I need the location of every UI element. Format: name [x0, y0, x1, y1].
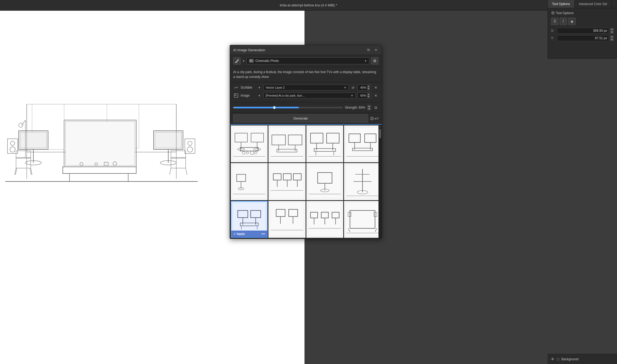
- generate-row: Generate ▸0: [230, 113, 382, 125]
- ai-panel-toolbar: ▼ 🎞 Cinematic Photo ▼ ⚙: [230, 55, 382, 67]
- svg-rect-23: [63, 167, 136, 173]
- apply-more-button[interactable]: •••: [261, 232, 265, 236]
- svg-rect-60: [271, 128, 303, 160]
- dots-tool-button[interactable]: ⠿: [551, 18, 559, 25]
- scribble-percent-down[interactable]: ▼: [367, 88, 370, 90]
- scroll-thumb[interactable]: [379, 129, 381, 138]
- svg-rect-10: [16, 151, 31, 158]
- apply-overlay: ✓ Apply •••: [231, 231, 267, 237]
- strength-row: Strength: 60% ▲ ▼ ⧉: [230, 103, 382, 113]
- tab-tool-options[interactable]: Tool Options: [548, 0, 575, 8]
- expand-icon[interactable]: ⧉: [366, 47, 371, 53]
- scribble-move-icon[interactable]: ⇄: [350, 85, 356, 90]
- image-grid-cell-3[interactable]: [306, 125, 343, 162]
- x-down-btn[interactable]: ▼: [610, 31, 614, 34]
- layer-name: Background: [561, 357, 579, 361]
- strength-up-btn[interactable]: ▲: [367, 105, 371, 108]
- strength-slider-fill: [233, 107, 299, 108]
- scroll-up-arrow[interactable]: ▲: [379, 125, 381, 128]
- svg-point-34: [10, 141, 15, 145]
- svg-point-37: [188, 141, 192, 145]
- style-select-button[interactable]: 🎞 Cinematic Photo ▼: [247, 57, 369, 64]
- scribble-icon: [233, 85, 239, 90]
- strength-slider-track[interactable]: [233, 107, 343, 108]
- window-title: krita-ai-attempt-before.kra (4.4 MiB) *: [280, 3, 337, 7]
- image-grid-cell-2[interactable]: [268, 125, 305, 162]
- scribble-remove-btn[interactable]: ✕: [373, 85, 378, 90]
- check-icon: ✓: [233, 232, 236, 236]
- scribble-layer-arrow: ▼: [344, 86, 346, 89]
- ai-panel-title: AI Image Generation: [233, 48, 265, 52]
- x-up-btn[interactable]: ▲: [610, 28, 614, 31]
- scribble-control-row: Scribble ▼ Vector Layer 2 ▼ ⇄ 40% ▲ ▼ ✕: [233, 84, 378, 91]
- ai-settings-button[interactable]: ⚙: [371, 57, 378, 65]
- ai-image-generation-panel: AI Image Generation ⧉ ✕ ▼ 🎞 Cinematic Ph…: [230, 45, 382, 239]
- strength-slider-thumb[interactable]: [273, 106, 276, 109]
- x-input[interactable]: [557, 28, 609, 34]
- generate-button[interactable]: Generate: [233, 114, 368, 122]
- image-percent-down[interactable]: ▼: [367, 96, 370, 98]
- scribble-dropdown[interactable]: ▼: [257, 85, 262, 90]
- tool-options-label: Tool Options: [556, 11, 574, 15]
- y-spinner[interactable]: ▲ ▼: [610, 35, 614, 41]
- image-grid-cell-5[interactable]: [231, 163, 268, 200]
- y-up-btn[interactable]: ▲: [610, 35, 614, 38]
- svg-rect-88: [271, 165, 303, 198]
- bottom-layer-panel: 👁 ⬡ Background: [548, 354, 617, 364]
- layer-visibility-icon[interactable]: 👁: [551, 357, 554, 361]
- image-grid-cell-1[interactable]: [231, 125, 268, 162]
- image-grid-cell-9[interactable]: ✓ Apply •••: [231, 201, 268, 238]
- scribble-label: Scribble: [241, 86, 255, 89]
- svg-point-38: [187, 147, 193, 152]
- strength-down-btn[interactable]: ▼: [367, 108, 371, 110]
- layers-icon[interactable]: ⧉: [373, 105, 378, 110]
- image-grid-cell-10[interactable]: [268, 201, 305, 238]
- image-dropdown[interactable]: ▼: [257, 93, 262, 98]
- dropdown-arrow-wand[interactable]: ▼: [242, 60, 245, 62]
- line-tool-button[interactable]: /: [560, 18, 567, 25]
- scribble-percent-up[interactable]: ▲: [367, 85, 370, 88]
- image-grid-cell-6[interactable]: [268, 163, 305, 200]
- scribble-layer-select[interactable]: Vector Layer 2 ▼: [263, 85, 349, 90]
- svg-rect-47: [233, 128, 265, 160]
- image-grid-cell-8[interactable]: [344, 163, 381, 200]
- layer-alpha-icon[interactable]: ⬡: [557, 357, 559, 361]
- svg-rect-45: [234, 94, 238, 97]
- svg-rect-6: [20, 132, 47, 148]
- image-percent: 60%: [359, 94, 366, 97]
- strength-label: Strength: 60%: [345, 106, 365, 109]
- svg-rect-96: [308, 165, 341, 198]
- svg-rect-19: [171, 157, 186, 168]
- image-layer-arrow: ▼: [351, 94, 353, 97]
- tool-options-tabs: Tool Options Advanced Color Sel: [548, 0, 617, 8]
- image-remove-btn[interactable]: ✕: [373, 93, 378, 98]
- wand-button[interactable]: [233, 57, 241, 65]
- svg-rect-130: [346, 203, 378, 235]
- image-percent-up[interactable]: ▲: [367, 93, 370, 96]
- ai-controls: Scribble ▼ Vector Layer 2 ▼ ⇄ 40% ▲ ▼ ✕ …: [230, 82, 382, 103]
- tool-options-panel: Tool Options Advanced Color Sel ⚙ Tool O…: [548, 0, 617, 59]
- image-layer-select[interactable]: [Preview] At a city park, during a fes… …: [263, 93, 356, 98]
- svg-point-35: [10, 147, 15, 152]
- prompt-text[interactable]: At a city park, during a festival, the i…: [233, 70, 378, 79]
- tab-advanced-color[interactable]: Advanced Color Sel: [575, 0, 612, 8]
- sketch-drawing: [5, 104, 198, 189]
- ai-prompt-area: At a city park, during a festival, the i…: [230, 67, 382, 82]
- image-label: Image: [241, 94, 255, 97]
- svg-rect-9: [16, 157, 31, 168]
- image-grid-cell-7[interactable]: [306, 163, 343, 200]
- y-input[interactable]: [557, 35, 609, 41]
- svg-line-22: [186, 168, 187, 175]
- style-select-text: 🎞 Cinematic Photo: [249, 59, 279, 63]
- images-scrollbar[interactable]: ▲: [378, 125, 382, 239]
- shape-tool-button[interactable]: ◈: [568, 18, 576, 25]
- apply-button[interactable]: ✓ Apply: [233, 232, 245, 236]
- y-down-btn[interactable]: ▼: [610, 38, 614, 41]
- image-grid-cell-11[interactable]: [306, 201, 343, 238]
- images-scroll-area: ✓ Apply •••: [230, 125, 382, 239]
- close-panel-icon[interactable]: ✕: [373, 47, 378, 53]
- image-grid-cell-12[interactable]: [344, 201, 381, 238]
- x-spinner[interactable]: ▲ ▼: [610, 28, 614, 34]
- image-grid-cell-4[interactable]: [344, 125, 381, 162]
- image-grid: ✓ Apply •••: [230, 125, 382, 239]
